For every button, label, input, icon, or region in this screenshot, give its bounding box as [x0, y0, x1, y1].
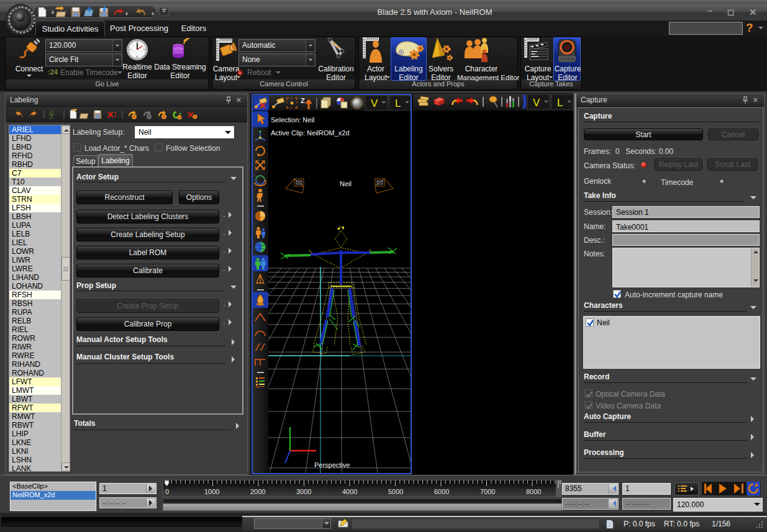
svg-text:4000: 4000: [342, 488, 357, 495]
svg-text:6000: 6000: [434, 488, 449, 495]
svg-text:0: 0: [165, 488, 169, 495]
svg-text:7000: 7000: [480, 488, 495, 495]
svg-text:1000: 1000: [204, 488, 219, 495]
svg-text:V: V: [371, 97, 378, 109]
svg-text:Perspective: Perspective: [314, 461, 350, 469]
svg-text:2000: 2000: [250, 488, 265, 495]
svg-text:Active Clip: NeilROM_x2d: Active Clip: NeilROM_x2d: [271, 129, 350, 137]
svg-text:Z: Z: [301, 97, 305, 104]
svg-text:3000: 3000: [296, 488, 311, 495]
svg-text:8000: 8000: [526, 488, 541, 495]
svg-text:L: L: [395, 97, 401, 109]
svg-text:5000: 5000: [388, 488, 403, 495]
svg-text:Selection: Neil: Selection: Neil: [271, 116, 314, 124]
svg-text:V: V: [533, 97, 540, 109]
svg-text:L: L: [557, 97, 563, 109]
svg-text:Neil: Neil: [340, 180, 352, 187]
